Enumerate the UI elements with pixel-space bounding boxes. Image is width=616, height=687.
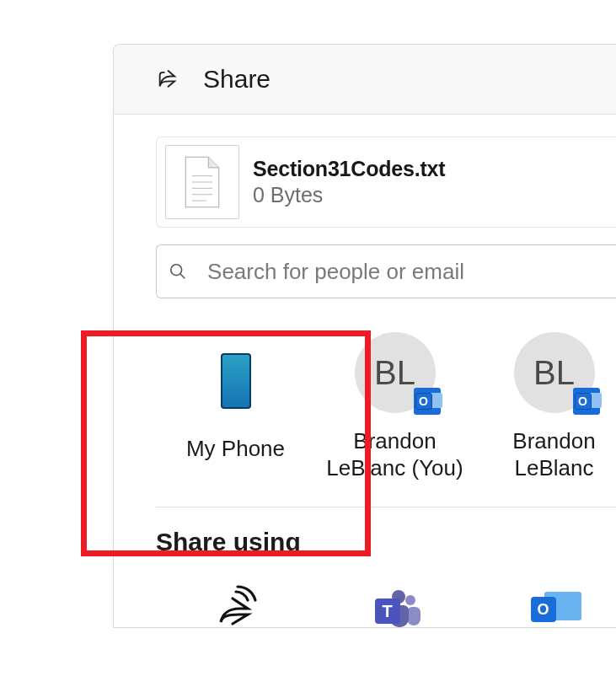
share-targets: My Phone BL O Brandon LeBlanc (You) BL O… [156, 332, 616, 481]
outlook-icon: O [528, 585, 581, 627]
divider [156, 507, 616, 507]
file-card: Section31Codes.txt 0 Bytes [156, 137, 616, 228]
share-target-self[interactable]: BL O Brandon LeBlanc (You) [315, 332, 474, 481]
search-input[interactable] [207, 259, 616, 285]
share-icon [156, 67, 179, 91]
file-size: 0 Bytes [253, 183, 445, 207]
header-title: Share [203, 65, 271, 94]
file-name: Section31Codes.txt [253, 157, 445, 181]
file-meta: Section31Codes.txt 0 Bytes [253, 157, 445, 207]
phone-icon [221, 353, 251, 409]
app-outlook[interactable]: O [474, 585, 616, 627]
avatar-initials: BL [374, 354, 415, 392]
target-label: My Phone [186, 436, 285, 463]
outlook-badge-icon: O [573, 388, 600, 415]
avatar: BL O [355, 332, 436, 413]
teams-icon: T [368, 585, 422, 627]
nearby-sharing-icon [209, 585, 263, 627]
share-panel: Share Section31Codes.txt 0 Bytes [113, 44, 616, 628]
avatar: BL O [514, 332, 595, 413]
app-nearby-sharing[interactable] [156, 585, 315, 627]
share-target-contact[interactable]: BL O Brandon LeBlanc [474, 332, 616, 481]
text-file-icon [180, 155, 224, 209]
share-apps: T O [156, 585, 616, 627]
file-thumb [165, 145, 239, 219]
search-field[interactable] [156, 244, 616, 298]
target-label: Brandon LeBlanc [474, 428, 616, 481]
share-target-my-phone[interactable]: My Phone [156, 332, 315, 481]
target-label: Brandon LeBlanc (You) [315, 428, 474, 481]
svg-point-5 [171, 265, 182, 276]
svg-line-6 [180, 274, 185, 279]
avatar-initials: BL [533, 354, 575, 392]
outlook-badge-icon: O [414, 388, 441, 415]
section-title: Share using [156, 528, 616, 556]
search-icon [169, 261, 187, 282]
app-teams[interactable]: T [315, 585, 474, 627]
header: Share [114, 45, 616, 115]
